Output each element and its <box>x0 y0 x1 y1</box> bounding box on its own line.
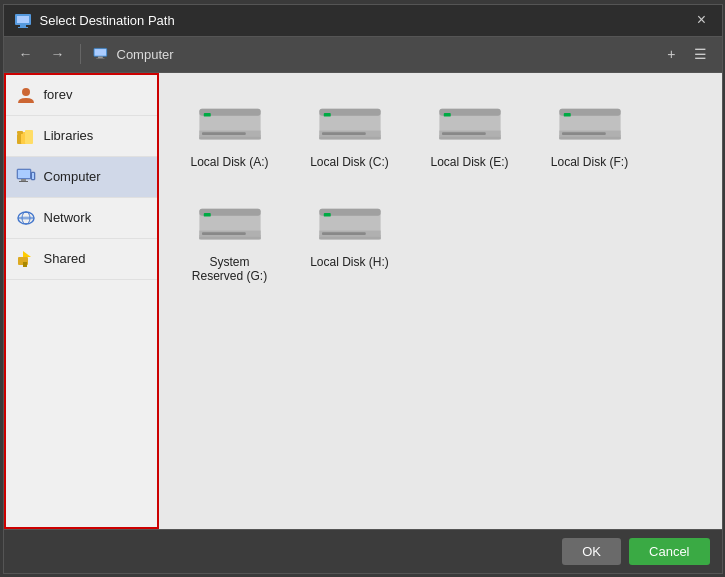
svg-rect-67 <box>319 236 380 239</box>
list-view-button[interactable]: ☰ <box>687 43 714 65</box>
disk-icon-c <box>315 99 385 149</box>
svg-rect-51 <box>563 113 570 117</box>
sidebar-item-libraries-label: Libraries <box>44 128 94 143</box>
svg-marker-24 <box>23 251 31 257</box>
toolbar-right: + ☰ <box>660 43 713 65</box>
svg-rect-3 <box>18 27 28 28</box>
sidebar-item-network[interactable]: Network <box>6 198 157 239</box>
svg-rect-66 <box>322 232 366 235</box>
disk-label-g: System Reserved (G:) <box>185 255 275 283</box>
computer-breadcrumb-icon <box>93 47 111 61</box>
disk-label-c: Local Disk (C:) <box>310 155 389 169</box>
svg-rect-6 <box>97 56 102 58</box>
breadcrumb: Computer <box>89 47 657 62</box>
svg-rect-30 <box>203 113 210 117</box>
disk-icon-a <box>195 99 265 149</box>
disk-item-a[interactable]: Local Disk (A:) <box>175 89 285 179</box>
app-icon <box>14 11 32 29</box>
sidebar-item-forev[interactable]: forev <box>6 75 157 116</box>
footer: OK Cancel <box>4 529 722 573</box>
sidebar-item-forev-label: forev <box>44 87 73 102</box>
disk-icon-f <box>555 99 625 149</box>
svg-rect-32 <box>199 136 260 139</box>
svg-rect-18 <box>32 173 34 179</box>
svg-rect-65 <box>323 213 330 217</box>
svg-rect-25 <box>23 262 27 267</box>
disk-label-h: Local Disk (H:) <box>310 255 389 269</box>
svg-rect-44 <box>443 113 450 117</box>
svg-rect-31 <box>202 132 246 135</box>
network-icon <box>16 208 36 228</box>
disk-label-e: Local Disk (E:) <box>430 155 508 169</box>
title-bar: Select Destination Path × <box>4 5 722 37</box>
forward-button[interactable]: → <box>44 43 72 65</box>
disk-label-a: Local Disk (A:) <box>190 155 268 169</box>
svg-rect-39 <box>319 136 380 139</box>
disk-item-c[interactable]: Local Disk (C:) <box>295 89 405 179</box>
shared-icon <box>16 249 36 269</box>
disk-item-f[interactable]: Local Disk (F:) <box>535 89 645 179</box>
disk-item-h[interactable]: Local Disk (H:) <box>295 189 405 293</box>
svg-rect-45 <box>442 132 486 135</box>
svg-rect-37 <box>323 113 330 117</box>
svg-rect-59 <box>202 232 246 235</box>
svg-rect-14 <box>18 170 30 178</box>
toolbar: ← → Computer + ☰ <box>4 37 722 73</box>
svg-point-8 <box>22 88 30 96</box>
disk-icon-e <box>435 99 505 149</box>
svg-rect-2 <box>20 25 26 27</box>
cancel-button[interactable]: Cancel <box>629 538 709 565</box>
svg-rect-52 <box>562 132 606 135</box>
disk-icon-h <box>315 199 385 249</box>
svg-rect-7 <box>96 58 104 59</box>
svg-rect-1 <box>17 16 29 23</box>
sidebar-item-shared-label: Shared <box>44 251 86 266</box>
disk-icon-g <box>195 199 265 249</box>
toolbar-separator <box>80 44 81 64</box>
disk-item-e[interactable]: Local Disk (E:) <box>415 89 525 179</box>
breadcrumb-text: Computer <box>117 47 174 62</box>
sidebar-item-network-label: Network <box>44 210 92 225</box>
sidebar-item-libraries[interactable]: Libraries <box>6 116 157 157</box>
ok-button[interactable]: OK <box>562 538 621 565</box>
disk-grid: Local Disk (A:) Local Disk (C:) <box>175 89 706 293</box>
add-button[interactable]: + <box>660 43 682 65</box>
close-button[interactable]: × <box>692 10 712 30</box>
svg-rect-11 <box>25 130 33 144</box>
svg-rect-38 <box>322 132 366 135</box>
svg-rect-5 <box>94 49 105 56</box>
sidebar-item-computer[interactable]: Computer <box>6 157 157 198</box>
svg-rect-53 <box>559 136 620 139</box>
svg-rect-12 <box>17 131 23 134</box>
back-button[interactable]: ← <box>12 43 40 65</box>
sidebar-item-shared[interactable]: Shared <box>6 239 157 280</box>
svg-point-22 <box>18 216 34 220</box>
sidebar: forev Libraries <box>4 73 159 529</box>
dialog-title: Select Destination Path <box>40 13 692 28</box>
svg-rect-15 <box>21 179 26 181</box>
svg-rect-60 <box>199 236 260 239</box>
disk-item-g[interactable]: System Reserved (G:) <box>175 189 285 293</box>
computer-icon <box>16 167 36 187</box>
dialog: Select Destination Path × ← → Computer +… <box>3 4 723 574</box>
sidebar-item-computer-label: Computer <box>44 169 101 184</box>
svg-rect-46 <box>439 136 500 139</box>
user-icon <box>16 85 36 105</box>
disk-label-f: Local Disk (F:) <box>551 155 628 169</box>
svg-rect-16 <box>19 181 28 182</box>
content-area: forev Libraries <box>4 73 722 529</box>
libraries-icon <box>16 126 36 146</box>
main-panel: Local Disk (A:) Local Disk (C:) <box>159 73 722 529</box>
svg-rect-58 <box>203 213 210 217</box>
